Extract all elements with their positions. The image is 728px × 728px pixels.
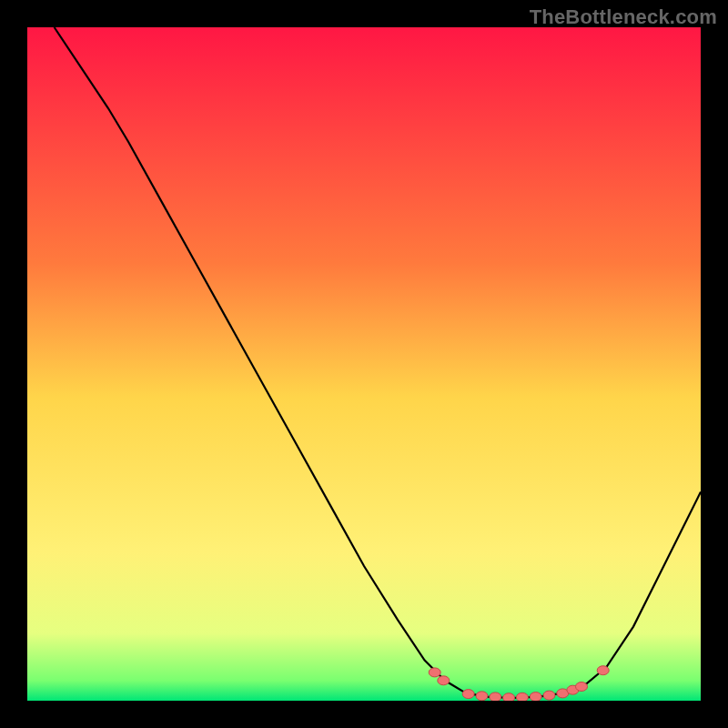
- highlight-dot: [476, 692, 488, 701]
- highlight-dot: [462, 690, 474, 699]
- highlight-dot: [516, 693, 528, 701]
- watermark-text: TheBottleneck.com: [530, 5, 717, 29]
- gradient-background: [27, 27, 701, 701]
- highlight-dot: [490, 693, 501, 701]
- highlight-dot: [438, 676, 450, 685]
- highlight-dot: [429, 668, 440, 677]
- highlight-dot: [543, 691, 555, 700]
- highlight-dot: [530, 693, 541, 701]
- chart-plot: [27, 27, 701, 701]
- chart-svg: [27, 27, 701, 701]
- highlight-dot: [503, 693, 515, 701]
- highlight-dot: [597, 666, 609, 675]
- highlight-dot: [576, 682, 588, 692]
- chart-frame: TheBottleneck.com: [0, 0, 728, 728]
